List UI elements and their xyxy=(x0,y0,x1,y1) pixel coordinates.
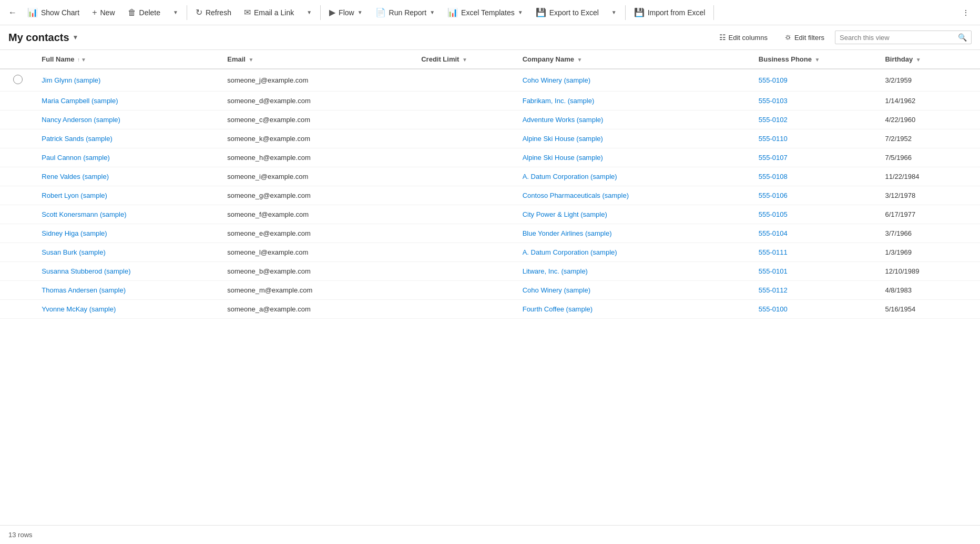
business-phone-link[interactable]: 555-0112 xyxy=(759,286,788,294)
refresh-button[interactable]: ↻ Refresh xyxy=(189,4,238,21)
back-button[interactable]: ← xyxy=(4,4,21,21)
columns-icon: ☷ xyxy=(719,33,726,42)
company-name-link[interactable]: Coho Winery (sample) xyxy=(523,286,590,294)
divider-3 xyxy=(625,5,626,20)
business-phone-link[interactable]: 555-0103 xyxy=(759,97,788,105)
business-phone-link[interactable]: 555-0104 xyxy=(759,229,788,237)
birthday-cell: 5/16/1954 xyxy=(879,300,980,319)
company-name-link[interactable]: Fabrikam, Inc. (sample) xyxy=(523,97,595,105)
fullname-link[interactable]: Maria Campbell (sample) xyxy=(42,97,118,105)
email-cell: someone_c@example.com xyxy=(221,110,415,129)
fullname-link[interactable]: Nancy Anderson (sample) xyxy=(42,116,120,124)
fullname-link[interactable]: Rene Valdes (sample) xyxy=(42,173,109,180)
table-row: Scott Konersmann (sample)someone_f@examp… xyxy=(0,205,980,224)
fullname-link[interactable]: Jim Glynn (sample) xyxy=(42,76,100,84)
delete-label: Delete xyxy=(139,8,160,17)
fullname-link[interactable]: Susanna Stubberod (sample) xyxy=(42,267,130,275)
filter-email-icon: ▼ xyxy=(249,57,254,63)
col-header-credit-limit[interactable]: Credit Limit ▼ xyxy=(415,50,516,69)
more-options-button[interactable]: ⋮ xyxy=(956,5,976,20)
page-title-chevron-icon[interactable]: ▼ xyxy=(73,34,79,41)
export-excel-chevron-button[interactable]: ▼ xyxy=(605,6,623,18)
delete-chevron-button[interactable]: ▼ xyxy=(167,6,185,18)
chevron-down-icon-6: ▼ xyxy=(611,9,617,15)
email-link-label: Email a Link xyxy=(254,8,294,17)
birthday-cell: 11/22/1984 xyxy=(879,167,980,186)
email-cell: someone_b@example.com xyxy=(221,262,415,281)
email-link-chevron-button[interactable]: ▼ xyxy=(300,6,318,18)
chevron-down-icon-2: ▼ xyxy=(307,9,312,15)
delete-button[interactable]: 🗑 Delete xyxy=(121,5,167,21)
company-name-link[interactable]: Fourth Coffee (sample) xyxy=(523,305,593,313)
flow-button[interactable]: ▶ Flow ▼ xyxy=(323,4,369,21)
col-header-company-name[interactable]: Company Name ▼ xyxy=(516,50,752,69)
business-phone-link[interactable]: 555-0108 xyxy=(759,173,788,180)
business-phone-link[interactable]: 555-0106 xyxy=(759,192,788,199)
col-header-business-phone[interactable]: Business Phone ▼ xyxy=(752,50,879,69)
table-row: Patrick Sands (sample)someone_k@example.… xyxy=(0,129,980,148)
filter-icon: ⛭ xyxy=(784,33,792,42)
business-phone-link[interactable]: 555-0107 xyxy=(759,154,788,162)
credit-limit-cell xyxy=(415,281,516,300)
edit-columns-button[interactable]: ☷ Edit columns xyxy=(713,31,774,44)
birthday-cell: 3/7/1966 xyxy=(879,224,980,243)
run-report-label: Run Report xyxy=(389,8,427,17)
business-phone-link[interactable]: 555-0100 xyxy=(759,305,788,313)
company-name-link[interactable]: Contoso Pharmaceuticals (sample) xyxy=(523,192,629,199)
business-phone-link[interactable]: 555-0101 xyxy=(759,267,788,275)
filter-phone-icon: ▼ xyxy=(815,57,820,63)
col-header-fullname[interactable]: Full Name ↑▼ xyxy=(35,50,221,69)
credit-limit-cell xyxy=(415,300,516,319)
fullname-link[interactable]: Thomas Andersen (sample) xyxy=(42,286,126,294)
row-checkbox[interactable] xyxy=(13,75,23,84)
table-row: Yvonne McKay (sample)someone_a@example.c… xyxy=(0,300,980,319)
export-excel-label: Export to Excel xyxy=(549,8,599,17)
fullname-link[interactable]: Robert Lyon (sample) xyxy=(42,192,107,199)
email-cell: someone_d@example.com xyxy=(221,92,415,110)
fullname-link[interactable]: Susan Burk (sample) xyxy=(42,248,105,256)
search-box[interactable]: 🔍 xyxy=(835,31,972,44)
company-name-link[interactable]: Adventure Works (sample) xyxy=(523,116,604,124)
company-name-link[interactable]: A. Datum Corporation (sample) xyxy=(523,173,617,180)
page-header: My contacts ▼ ☷ Edit columns ⛭ Edit filt… xyxy=(0,25,980,50)
table-row: Susan Burk (sample)someone_l@example.com… xyxy=(0,243,980,262)
col-header-birthday[interactable]: Birthday ▼ xyxy=(879,50,980,69)
business-phone-link[interactable]: 555-0111 xyxy=(759,248,788,256)
chart-icon: 📊 xyxy=(27,7,38,17)
business-phone-link[interactable]: 555-0109 xyxy=(759,76,788,84)
col-header-email[interactable]: Email ▼ xyxy=(221,50,415,69)
credit-limit-cell xyxy=(415,148,516,167)
credit-limit-cell xyxy=(415,167,516,186)
edit-filters-label: Edit filters xyxy=(794,34,824,42)
company-name-link[interactable]: Coho Winery (sample) xyxy=(523,76,590,84)
excel-templates-button[interactable]: 📊 Excel Templates ▼ xyxy=(441,4,529,21)
business-phone-link[interactable]: 555-0102 xyxy=(759,116,788,124)
edit-filters-button[interactable]: ⛭ Edit filters xyxy=(778,31,831,44)
page-title-area: My contacts ▼ xyxy=(8,32,78,44)
business-phone-link[interactable]: 555-0105 xyxy=(759,210,788,218)
show-chart-button[interactable]: 📊 Show Chart xyxy=(21,4,86,21)
export-excel-button[interactable]: 💾 Export to Excel xyxy=(529,4,605,21)
import-icon: 💾 xyxy=(634,7,645,17)
email-cell: someone_g@example.com xyxy=(221,186,415,205)
email-cell: someone_m@example.com xyxy=(221,281,415,300)
new-button[interactable]: + New xyxy=(86,5,121,21)
company-name-link[interactable]: City Power & Light (sample) xyxy=(523,210,607,218)
fullname-link[interactable]: Sidney Higa (sample) xyxy=(42,229,107,237)
fullname-link[interactable]: Paul Cannon (sample) xyxy=(42,154,109,162)
company-name-link[interactable]: Blue Yonder Airlines (sample) xyxy=(523,229,612,237)
company-name-link[interactable]: A. Datum Corporation (sample) xyxy=(523,248,617,256)
fullname-link[interactable]: Patrick Sands (sample) xyxy=(42,135,112,143)
company-name-link[interactable]: Alpine Ski House (sample) xyxy=(523,135,603,143)
run-report-button[interactable]: 📄 Run Report ▼ xyxy=(369,4,442,21)
email-link-button[interactable]: ✉ Email a Link xyxy=(238,4,300,21)
fullname-link[interactable]: Scott Konersmann (sample) xyxy=(42,210,126,218)
fullname-link[interactable]: Yvonne McKay (sample) xyxy=(42,305,116,313)
company-name-link[interactable]: Alpine Ski House (sample) xyxy=(523,154,603,162)
import-excel-button[interactable]: 💾 Import from Excel xyxy=(628,4,712,21)
company-name-link[interactable]: Litware, Inc. (sample) xyxy=(523,267,588,275)
table-row: Jim Glynn (sample)someone_j@example.comC… xyxy=(0,69,980,92)
business-phone-link[interactable]: 555-0110 xyxy=(759,135,788,143)
birthday-cell: 3/12/1978 xyxy=(879,186,980,205)
search-input[interactable] xyxy=(840,34,955,42)
